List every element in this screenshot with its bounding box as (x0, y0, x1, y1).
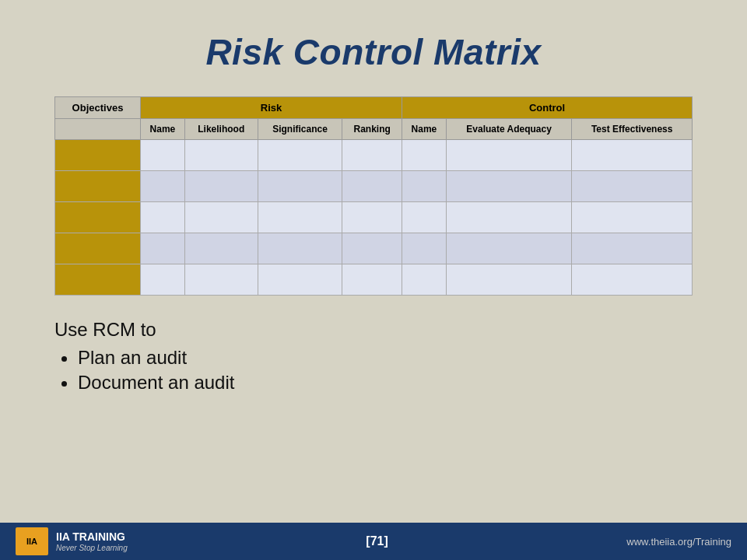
sub-header-likelihood: Likelihood (184, 119, 258, 140)
data-cell (402, 202, 447, 233)
data-cell (572, 140, 693, 171)
table-row (55, 140, 693, 171)
data-cell (141, 171, 185, 202)
slide: Risk Control Matrix Objectives Risk Cont… (0, 0, 747, 560)
bullet-item-plan: Plan an audit (78, 347, 693, 369)
bullet-item-document: Document an audit (78, 372, 693, 394)
use-rcm-text: Use RCM to (54, 319, 693, 341)
data-cell (572, 264, 693, 296)
sub-header-significance: Significance (258, 119, 342, 140)
data-cell (446, 233, 572, 264)
data-cell (342, 202, 402, 233)
training-label: IIA TRAINING (56, 530, 128, 544)
data-cell (258, 171, 342, 202)
table-row (55, 264, 693, 296)
objectives-cell (55, 233, 141, 264)
header-row-top: Objectives Risk Control (55, 97, 693, 119)
data-cell (446, 171, 572, 202)
table-row (55, 233, 693, 264)
bullet-section: Use RCM to Plan an audit Document an aud… (54, 319, 693, 397)
table-row (55, 202, 693, 233)
data-cell (572, 233, 693, 264)
data-cell (184, 140, 258, 171)
sub-header-evaluate: Evaluate Adequacy (446, 119, 572, 140)
data-cell (572, 171, 693, 202)
footer-logo: IIA IIA TRAINING Never Stop Learning (16, 527, 128, 555)
data-cell (141, 264, 185, 296)
data-cell (342, 264, 402, 296)
table-container: Objectives Risk Control Name Likelihood … (54, 96, 693, 296)
objectives-cell (55, 202, 141, 233)
risk-control-matrix-table: Objectives Risk Control Name Likelihood … (54, 96, 693, 296)
objectives-cell (55, 264, 141, 296)
data-cell (184, 202, 258, 233)
footer-url: www.theiia.org/Training (626, 536, 731, 548)
sub-header-test-effectiveness: Test Effectiveness (572, 119, 693, 140)
data-cell (342, 171, 402, 202)
bullet-list: Plan an audit Document an audit (54, 347, 693, 394)
data-cell (184, 233, 258, 264)
data-cell (572, 202, 693, 233)
data-cell (342, 140, 402, 171)
table-row (55, 171, 693, 202)
training-sub: Never Stop Learning (56, 544, 128, 552)
col-header-control: Control (402, 97, 693, 119)
data-cell (402, 233, 447, 264)
data-cell (402, 140, 447, 171)
objectives-cell (55, 140, 141, 171)
data-cell (184, 264, 258, 296)
data-cell (342, 233, 402, 264)
data-cell (258, 140, 342, 171)
footer: IIA IIA TRAINING Never Stop Learning [71… (0, 523, 747, 560)
header-row-sub: Name Likelihood Significance Ranking Nam… (55, 119, 693, 140)
col-header-risk: Risk (141, 97, 402, 119)
objectives-cell (55, 171, 141, 202)
data-cell (141, 233, 185, 264)
sub-header-name2: Name (402, 119, 447, 140)
data-cell (141, 140, 185, 171)
data-cell (258, 202, 342, 233)
data-cell (258, 264, 342, 296)
training-info: IIA TRAINING Never Stop Learning (56, 530, 128, 552)
sub-header-ranking: Ranking (342, 119, 402, 140)
data-cell (446, 202, 572, 233)
data-cell (402, 264, 447, 296)
data-cell (446, 264, 572, 296)
data-cell (184, 171, 258, 202)
data-cell (446, 140, 572, 171)
page-title: Risk Control Matrix (205, 31, 541, 73)
data-cell (402, 171, 447, 202)
sub-header-objectives (55, 119, 141, 140)
page-number: [71] (366, 534, 388, 548)
iia-logo: IIA (16, 527, 48, 555)
sub-header-name1: Name (141, 119, 185, 140)
col-header-objectives: Objectives (55, 97, 141, 119)
data-cell (258, 233, 342, 264)
data-cell (141, 202, 185, 233)
